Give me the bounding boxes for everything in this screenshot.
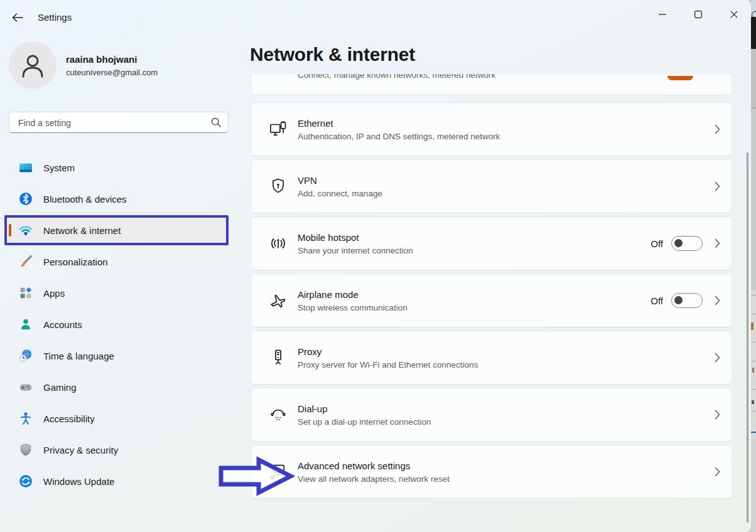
shield-icon (19, 443, 33, 457)
card-mobile-hotspot[interactable]: Mobile hotspot Share your internet conne… (251, 216, 732, 270)
wifi-toggle-partial[interactable] (667, 76, 693, 80)
settings-card-list: Ethernet Authentication, IP and DNS sett… (251, 102, 732, 499)
card-subtitle: View all network adapters, network reset (298, 474, 703, 484)
sidebar-item-label: Time & language (43, 351, 114, 361)
sidebar-item-accounts[interactable]: Accounts (6, 312, 229, 336)
close-icon (730, 11, 738, 18)
chevron-right-icon (715, 353, 720, 363)
sidebar-item-time-language[interactable]: Time & language (6, 344, 229, 368)
back-button[interactable] (8, 8, 28, 28)
card-ethernet[interactable]: Ethernet Authentication, IP and DNS sett… (251, 102, 732, 156)
toggle-state-label: Off (651, 295, 663, 306)
sidebar-item-label: Windows Update (43, 476, 114, 487)
card-vpn[interactable]: VPN Add, connect, manage (251, 159, 732, 213)
chevron-right-icon (715, 295, 720, 306)
globe-clock-icon (19, 349, 33, 363)
sidebar-item-label: Personalization (43, 257, 108, 267)
card-subtitle: Authentication, IP and DNS settings, met… (298, 132, 703, 141)
sidebar-item-bluetooth[interactable]: Bluetooth & devices (6, 187, 229, 211)
search-input[interactable] (17, 112, 208, 134)
profile-name: raaina bhojwani (66, 54, 137, 65)
sidebar-item-label: Privacy & security (43, 445, 118, 455)
card-subtitle: Share your internet connection (298, 246, 651, 255)
sidebar-item-accessibility[interactable]: Accessibility (6, 407, 229, 430)
sidebar-item-windows-update[interactable]: Windows Update (6, 469, 229, 493)
card-subtitle: Proxy server for Wi-Fi and Ethernet conn… (298, 360, 703, 370)
sidebar-item-label: Apps (43, 288, 65, 299)
sidebar-item-label: Network & internet (43, 225, 121, 236)
minimize-button[interactable] (648, 4, 677, 25)
chevron-right-icon (715, 181, 720, 191)
sidebar-item-privacy[interactable]: Privacy & security (6, 438, 229, 462)
vertical-scrollbar[interactable] (747, 152, 748, 523)
gamepad-icon (19, 380, 33, 394)
sidebar-item-label: Bluetooth & devices (43, 194, 127, 205)
card-title: Advanced network settings (298, 460, 703, 471)
sync-icon (19, 474, 33, 488)
card-title: Proxy (298, 346, 703, 357)
close-button[interactable] (720, 4, 748, 25)
profile-email: cuteuniverse@gmail.com (66, 68, 158, 77)
proxy-server-icon (268, 348, 288, 368)
toggle-knob (674, 296, 683, 304)
sidebar-item-label: Accessibility (43, 413, 95, 424)
card-title: Dial-up (298, 403, 703, 414)
sidebar-item-network[interactable]: Network & internet (6, 218, 229, 242)
wifi-icon (19, 223, 33, 237)
vpn-shield-icon (268, 176, 288, 196)
sidebar-nav: System Bluetooth & devices Network & int… (6, 156, 229, 493)
card-dial-up[interactable]: Dial-up Set up a dial-up internet connec… (251, 388, 732, 442)
ethernet-icon (268, 119, 288, 139)
maximize-button[interactable] (684, 4, 713, 25)
card-subtitle: Stop wireless communication (298, 303, 651, 312)
accessibility-person-icon (19, 412, 33, 425)
avatar[interactable] (9, 41, 57, 89)
card-subtitle: Set up a dial-up internet connection (298, 417, 703, 427)
window-title: Settings (38, 12, 72, 23)
sidebar-item-label: System (43, 162, 75, 173)
sidebar-item-label: Accounts (43, 319, 82, 330)
maximize-icon (694, 11, 702, 18)
sidebar-item-label: Gaming (43, 382, 77, 393)
system-icon (19, 161, 33, 174)
card-subtitle: Connect, manage known networks, metered … (298, 74, 495, 80)
toggle-knob (674, 239, 683, 247)
sidebar-item-personalization[interactable]: Personalization (6, 250, 229, 274)
selected-accent-bar (9, 224, 11, 237)
hotspot-icon (268, 233, 288, 253)
card-subtitle: Add, connect, manage (298, 189, 703, 198)
sidebar-item-system[interactable]: System (6, 156, 229, 179)
accounts-icon (19, 317, 33, 331)
toggle-state-label: Off (651, 238, 663, 249)
card-advanced-network-settings[interactable]: Advanced network settings View all netwo… (251, 445, 732, 499)
card-title: VPN (298, 175, 703, 186)
settings-window: Settings raaina bhojwani cuteuniverse@gm… (0, 0, 751, 532)
card-title: Airplane mode (298, 289, 651, 300)
search-icon (211, 117, 221, 127)
airplane-toggle[interactable] (671, 293, 703, 308)
chevron-right-icon (715, 238, 720, 248)
card-airplane-mode[interactable]: Airplane mode Stop wireless communicatio… (251, 274, 732, 327)
chevron-right-icon (715, 467, 720, 477)
sidebar-item-gaming[interactable]: Gaming (6, 375, 229, 399)
paintbrush-icon (19, 255, 33, 269)
chevron-right-icon (715, 410, 720, 420)
card-title: Mobile hotspot (298, 232, 651, 243)
apps-icon (19, 286, 33, 300)
card-proxy[interactable]: Proxy Proxy server for Wi-Fi and Etherne… (251, 331, 732, 385)
advanced-network-icon (268, 462, 288, 482)
search-box (9, 112, 229, 133)
person-icon (19, 51, 46, 79)
page-title: Network & internet (250, 44, 415, 65)
card-wifi-partial[interactable]: Connect, manage known networks, metered … (251, 74, 732, 95)
sidebar-item-apps[interactable]: Apps (6, 281, 229, 305)
background-window-sliver (751, 0, 756, 532)
dialup-phone-icon (268, 405, 288, 425)
card-title: Ethernet (298, 118, 703, 129)
chevron-right-icon (715, 124, 720, 134)
minimize-icon (659, 14, 666, 15)
hotspot-toggle[interactable] (671, 236, 703, 251)
back-arrow-icon (12, 13, 23, 22)
bluetooth-icon (19, 192, 33, 206)
airplane-icon (268, 290, 288, 311)
